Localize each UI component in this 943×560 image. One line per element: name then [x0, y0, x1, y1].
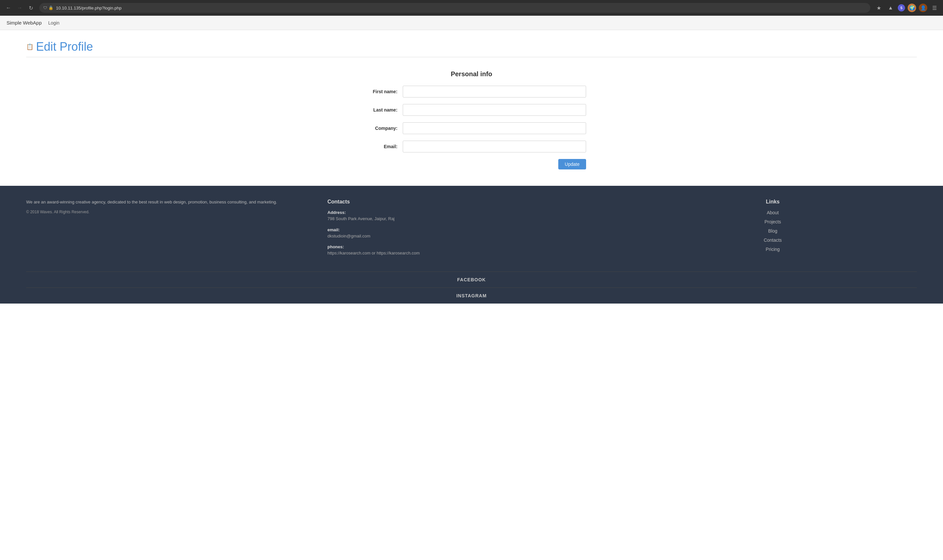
footer: We are an award-winning creative agency,…	[0, 186, 943, 303]
footer-copyright: © 2018 Waves. All Rights Reserved.	[26, 210, 314, 214]
email-contact-label: email:	[327, 227, 616, 232]
profile-badge[interactable]: 5	[898, 4, 905, 11]
form-actions: Update	[357, 159, 586, 169]
avatar-icon[interactable]: 🌍	[908, 4, 916, 12]
email-row: Email:	[357, 141, 586, 152]
blog-link[interactable]: Blog	[768, 228, 777, 234]
company-row: Company:	[357, 122, 586, 134]
last-name-row: Last name:	[357, 104, 586, 116]
form-section: Personal info First name: Last name: Com…	[357, 64, 586, 176]
first-name-row: First name:	[357, 86, 586, 97]
footer-about-column: We are an award-winning creative agency,…	[26, 199, 314, 262]
instagram-link[interactable]: INSTAGRAM	[457, 293, 487, 298]
footer-links-list: About Projects Blog Contacts Pricing	[629, 210, 917, 252]
facebook-bar: FACEBOOK	[26, 271, 917, 288]
list-item: Contacts	[629, 237, 917, 243]
url-text: 10.10.11.135/profile.php?login.php	[56, 6, 122, 11]
list-item: Blog	[629, 228, 917, 234]
page-title: Edit Profile	[36, 40, 93, 54]
menu-button[interactable]: ☰	[930, 3, 939, 12]
update-button[interactable]: Update	[558, 159, 586, 169]
projects-link[interactable]: Projects	[764, 219, 781, 225]
footer-grid: We are an award-winning creative agency,…	[26, 199, 917, 271]
shield-button[interactable]: ▲	[886, 3, 895, 12]
user-avatar[interactable]: 👤	[919, 4, 927, 12]
login-link[interactable]: Login	[48, 20, 59, 26]
last-name-input[interactable]	[403, 104, 586, 116]
browser-actions: ★ ▲ 5 🌍 👤 ☰	[874, 3, 939, 12]
site-nav: Simple WebApp Login	[0, 16, 943, 30]
instagram-bar: INSTAGRAM	[26, 288, 917, 303]
browser-chrome: ← → ↻ 🛡 🔒 10.10.11.135/profile.php?login…	[0, 0, 943, 16]
section-heading: Personal info	[357, 70, 586, 78]
pricing-link[interactable]: Pricing	[766, 247, 780, 252]
company-input[interactable]	[403, 122, 586, 134]
browser-nav-buttons: ← → ↻	[4, 3, 35, 12]
main-content: 📋 Edit Profile Personal info First name:…	[0, 30, 943, 186]
page-title-section: 📋 Edit Profile	[26, 40, 917, 57]
contacts-title: Contacts	[327, 199, 616, 205]
facebook-link[interactable]: FACEBOOK	[457, 277, 486, 282]
list-item: Pricing	[629, 247, 917, 252]
footer-phones: phones: https://karosearch.com or https:…	[327, 245, 616, 257]
site-brand: Simple WebApp	[6, 20, 42, 26]
list-item: About	[629, 210, 917, 215]
footer-links-column: Links About Projects Blog Contacts Prici…	[629, 199, 917, 262]
forward-button[interactable]: →	[15, 3, 24, 12]
footer-contacts-column: Contacts Address: 798 South Park Avenue,…	[327, 199, 616, 262]
reload-button[interactable]: ↻	[26, 3, 35, 12]
last-name-label: Last name:	[357, 107, 403, 112]
contacts-link[interactable]: Contacts	[764, 237, 782, 243]
page-icon: 📋	[26, 43, 33, 50]
phones-value: https://karosearch.com or https://karose…	[327, 251, 420, 255]
about-link[interactable]: About	[767, 210, 779, 215]
first-name-label: First name:	[357, 89, 403, 94]
list-item: Projects	[629, 219, 917, 225]
back-button[interactable]: ←	[4, 3, 13, 12]
first-name-input[interactable]	[403, 86, 586, 97]
email-input[interactable]	[403, 141, 586, 152]
bookmark-button[interactable]: ★	[874, 3, 883, 12]
address-value: 798 South Park Avenue, Jaipur, Raj	[327, 216, 395, 221]
shield-icon: 🛡	[43, 6, 47, 10]
email-contact-value: dkstudioin@gmail.com	[327, 234, 370, 238]
links-title: Links	[629, 199, 917, 205]
lock-icon: 🔒	[48, 6, 53, 10]
footer-email: email: dkstudioin@gmail.com	[327, 227, 616, 240]
company-label: Company:	[357, 126, 403, 131]
footer-about-text: We are an award-winning creative agency,…	[26, 199, 314, 206]
footer-address: Address: 798 South Park Avenue, Jaipur, …	[327, 210, 616, 222]
email-label: Email:	[357, 144, 403, 149]
phones-label: phones:	[327, 245, 616, 249]
security-icons: 🛡 🔒	[43, 6, 53, 10]
address-label: Address:	[327, 210, 616, 215]
address-bar[interactable]: 🛡 🔒 10.10.11.135/profile.php?login.php	[39, 3, 870, 13]
